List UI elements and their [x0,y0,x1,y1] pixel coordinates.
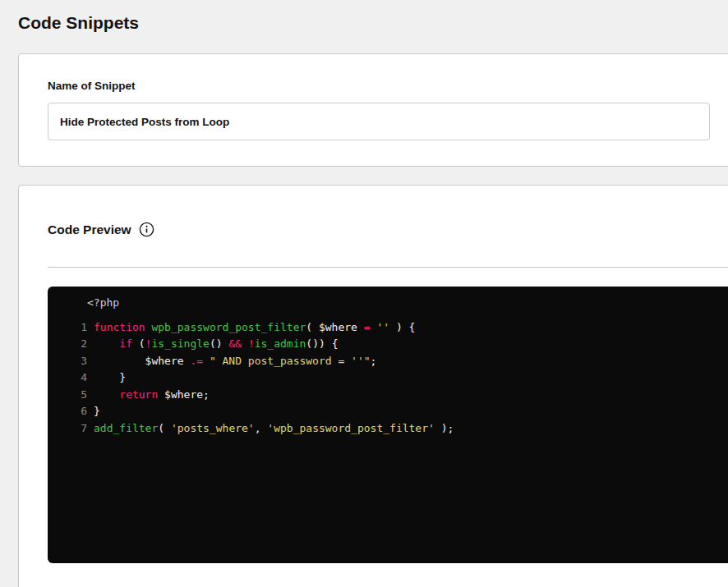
code-line: 1function wpb_password_post_filter( $whe… [48,319,728,337]
line-code: if (!is_single() && !is_admin()) { [87,336,338,353]
snippet-name-input[interactable] [48,103,710,140]
line-code: } [87,403,100,420]
line-number: 5 [48,387,87,404]
code-editor-preview: <?php 1function wpb_password_post_filter… [48,287,728,563]
line-number: 6 [48,403,87,420]
snippet-name-card: Name of Snippet [18,53,728,167]
line-code: return $where; [87,387,210,404]
code-line: 2 if (!is_single() && !is_admin()) { [48,336,728,353]
code-preview-title: Code Preview [48,222,131,237]
info-circle-icon[interactable] [139,222,154,237]
code-line: 4 } [48,369,728,387]
code-preview-heading-row: Code Preview [48,222,728,237]
line-number: 1 [48,319,87,337]
section-divider [48,267,728,268]
snippet-name-label: Name of Snippet [48,80,728,92]
code-line: 6} [48,403,728,420]
code-line: 5 return $where; [48,387,728,404]
code-lines: 1function wpb_password_post_filter( $whe… [48,319,728,438]
line-code: } [87,369,126,387]
line-code: add_filter( 'posts_where', 'wpb_password… [87,420,454,438]
line-number: 3 [48,353,87,370]
page-title: Code Snippets [0,0,728,34]
code-line: 3 $where .= " AND post_password = ''"; [48,353,728,370]
line-code: $where .= " AND post_password = ''"; [87,353,376,370]
line-code: function wpb_password_post_filter( $wher… [87,319,415,337]
php-open-tag: <?php [48,295,728,312]
line-number: 4 [48,369,87,387]
code-line: 7add_filter( 'posts_where', 'wpb_passwor… [48,420,728,438]
line-number: 2 [48,336,87,353]
line-number: 7 [48,420,87,438]
code-preview-card: Code Preview <?php 1function wpb_passwor… [18,185,728,587]
